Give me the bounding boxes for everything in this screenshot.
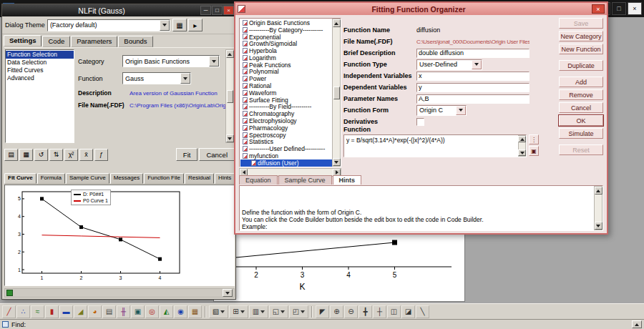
add-graph-icon[interactable]: ⊞ [229,305,248,318]
template-plot-icon[interactable]: ▦ [188,305,202,318]
pointer-tool-icon[interactable]: ◤ [316,305,329,318]
settings-section-item[interactable]: Function Selection [6,51,74,59]
hints-scrollbar[interactable] [594,186,602,230]
report-settings-icon[interactable]: ▤ [4,149,18,161]
function-body-editor[interactable]: y = B/sqrt(3.14*A)*exp(-(|x|^2)/(4*A)) [343,134,527,157]
scroll-down-button[interactable] [226,134,234,142]
function-editor-scrollbar[interactable] [518,135,526,157]
nlfit-tab[interactable]: Code [42,36,70,47]
axis-scale-icon[interactable]: ◱ [269,305,288,318]
function-tree-item[interactable]: Hyperbola [240,47,332,54]
function-tree-item[interactable]: Exponential [240,34,332,41]
function-tree-item[interactable]: Pharmacology [240,124,332,132]
scroll-down-button[interactable] [595,222,602,230]
function-tree-item[interactable]: ----------By Field---------- [240,104,332,111]
settings-scrollbar[interactable] [225,49,234,143]
settings-section-item[interactable]: Data Selection [6,59,74,67]
function-tree-item[interactable]: Rational [240,82,332,89]
sort-parameters-icon[interactable]: ⇅ [49,149,63,161]
function-type-dropdown-button[interactable] [472,60,482,69]
scroll-down-button[interactable] [333,158,341,166]
function-tree-item[interactable]: Growth/Sigmoidal [240,40,332,47]
data-reader-tool-icon[interactable]: ┼ [373,305,386,318]
line-plot-icon[interactable]: ╱ [2,305,16,318]
nlfit-window-control-button[interactable]: □ [212,6,223,15]
nlfit-tab[interactable]: Bounds [118,36,152,47]
area-plot-icon[interactable]: ◢ [74,305,87,318]
bar-plot-icon[interactable]: ▬ [59,305,73,318]
function-tree-item[interactable]: myfunction [240,152,332,159]
derivatives-checkbox[interactable] [416,118,424,126]
layer-arrange-icon[interactable]: ▥ [249,305,268,318]
dialog-theme-select[interactable]: (Factory default) [47,19,170,31]
function-tree-item[interactable]: Polynomial [240,69,332,76]
brief-description-input[interactable]: double diffusion [416,49,530,58]
function-tree-item[interactable]: ----------By Category---------- [240,26,332,34]
status-scroll-button[interactable] [632,320,642,328]
bubble-plot-icon[interactable]: ◉ [174,305,187,318]
function-form-dropdown-button[interactable] [456,106,466,115]
function-dropdown-button[interactable] [180,73,190,84]
pie-chart-icon[interactable]: ◕ [88,305,102,318]
mask-tool-icon[interactable]: ◪ [401,305,415,318]
settings-section-item[interactable]: Advanced [6,74,74,82]
ffo-titlebar[interactable]: Fitting Function Organizer × [235,3,607,15]
line-symbol-plot-icon[interactable]: ≈ [31,305,44,318]
settings-section-item[interactable]: Fitted Curves [6,67,74,74]
function-tree-item[interactable]: Electrophysiology [240,117,332,124]
ffo-action-button[interactable]: Remove [559,89,603,100]
ffo-action-button[interactable]: Simulate [559,128,603,139]
ffo-action-button[interactable]: Save [559,18,603,29]
polar-plot-icon[interactable]: ◎ [145,305,159,318]
category-dropdown-button[interactable] [209,56,219,67]
nlfit-bottom-tab[interactable]: Hints [215,173,235,184]
function-tree-item[interactable]: Spectroscopy [240,132,332,139]
ternary-plot-icon[interactable]: ◭ [160,305,173,318]
scroll-up-button[interactable] [226,50,234,58]
residuals-icon[interactable]: x̄ [79,149,93,161]
parameter-names-input[interactable]: A,B [416,94,530,104]
zoom-out-tool-icon[interactable]: ⊖ [344,305,358,318]
nlfit-bottom-tab[interactable]: Fit Curve [4,173,36,184]
scroll-up-button[interactable] [518,136,526,142]
function-tree-item[interactable]: Logarithm [240,54,332,62]
screen-reader-tool-icon[interactable]: ╋ [358,305,372,318]
ffo-action-button[interactable]: Add [559,77,603,87]
function-tree-item[interactable]: Statistics [240,139,332,146]
function-tree-item[interactable]: ----------User Defined---------- [240,145,332,152]
zoom-in-tool-icon[interactable]: ⊕ [330,305,343,318]
ffo-action-button[interactable]: New Category [559,31,603,41]
dependent-variables-input[interactable]: y [416,83,530,92]
data-selector-tool-icon[interactable]: ◫ [387,305,401,318]
stacked-plot-icon[interactable]: ▤ [102,305,116,318]
scroll-up-button[interactable] [333,19,341,27]
scrollbar-thumb[interactable] [333,87,340,99]
cancel-button[interactable]: Cancel [199,148,235,161]
function-tree-item[interactable]: diffusion (User) [240,159,332,167]
nlfit-bottom-tab[interactable]: Sample Curve [66,173,109,184]
nlfit-tab[interactable]: Settings [4,35,42,46]
ffo-action-button[interactable]: Reset [559,144,603,155]
scatter-plot-icon[interactable]: ∴ [16,305,30,318]
undo-icon[interactable]: ↺ [34,149,48,161]
app-window-control-button[interactable]: □ [612,2,626,15]
function-form-select[interactable]: Origin C [416,105,467,116]
chi-square-icon[interactable]: χ² [64,149,78,161]
independent-variables-input[interactable]: x [416,72,530,81]
draw-tool-icon[interactable]: ╲ [416,305,429,318]
function-tree-item[interactable]: Origin Basic Functions [240,19,332,26]
ffo-bottom-tab[interactable]: Sample Curve [278,175,332,185]
nlfit-bottom-tab[interactable]: Function File [144,173,184,184]
scrollbar-thumb[interactable] [227,90,233,103]
ffo-bottom-tab[interactable]: Equation [239,175,278,185]
nlfit-bottom-tab[interactable]: Formula [37,173,65,184]
function-tree-item[interactable]: Power [240,75,332,82]
ffo-action-button[interactable]: Cancel [559,102,603,113]
function-tree-item[interactable]: Peak Functions [240,62,332,69]
ffo-action-button[interactable]: New Function [559,44,603,54]
theme-menu-button[interactable]: ▸ [188,19,203,31]
ffo-bottom-tab[interactable]: Hints [333,175,362,185]
dialog-theme-dropdown-button[interactable] [160,20,170,31]
scroll-down-button[interactable] [518,149,526,156]
ffo-action-button[interactable]: OK [559,115,603,126]
